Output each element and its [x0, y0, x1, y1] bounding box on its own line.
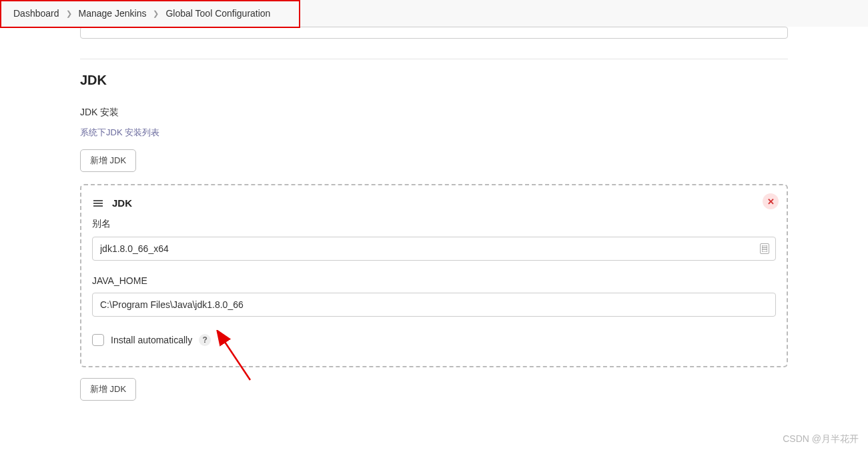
watermark-text: CSDN @月半花开 [783, 433, 859, 445]
java-home-label: JAVA_HOME [92, 275, 776, 286]
install-auto-label: Install automatically [111, 335, 192, 345]
chevron-right-icon: ❯ [66, 9, 72, 18]
java-home-group: JAVA_HOME [92, 275, 776, 317]
java-home-input[interactable] [92, 293, 776, 317]
jdk-install-label: JDK 安装 [80, 107, 788, 119]
chevron-right-icon: ❯ [153, 9, 159, 18]
add-jdk-button[interactable]: 新增 JDK [80, 149, 136, 172]
install-auto-row: Install automatically ? [92, 334, 776, 346]
install-auto-checkbox[interactable] [92, 334, 104, 346]
breadcrumb-manage-jenkins[interactable]: Manage Jenkins [79, 8, 147, 19]
jdk-config-box: ✕ JDK 别名 JAVA_HOME Install automatically… [80, 184, 788, 367]
alias-label: 别名 [92, 218, 776, 230]
close-icon[interactable]: ✕ [763, 193, 779, 209]
input-autofill-icon [760, 243, 769, 254]
previous-section-input-stub[interactable] [80, 27, 788, 39]
main-content: JDK JDK 安装 系统下JDK 安装列表 新增 JDK ✕ JDK 别名 J… [0, 27, 868, 401]
jdk-config-title: JDK [112, 197, 132, 209]
breadcrumb-global-tool-config[interactable]: Global Tool Configuration [165, 8, 270, 19]
breadcrumb: Dashboard ❯ Manage Jenkins ❯ Global Tool… [0, 0, 868, 27]
section-title-jdk: JDK [80, 73, 788, 88]
section-divider [80, 59, 788, 59]
svg-rect-0 [762, 245, 767, 252]
alias-input[interactable] [92, 237, 776, 261]
jdk-config-header: JDK [92, 197, 776, 209]
help-icon[interactable]: ? [199, 334, 211, 346]
drag-handle-icon[interactable] [92, 199, 104, 208]
add-jdk-button-bottom[interactable]: 新增 JDK [80, 378, 136, 401]
alias-group: 别名 [92, 218, 776, 261]
breadcrumb-dashboard[interactable]: Dashboard [13, 8, 59, 19]
jdk-install-list-desc: 系统下JDK 安装列表 [80, 127, 788, 139]
